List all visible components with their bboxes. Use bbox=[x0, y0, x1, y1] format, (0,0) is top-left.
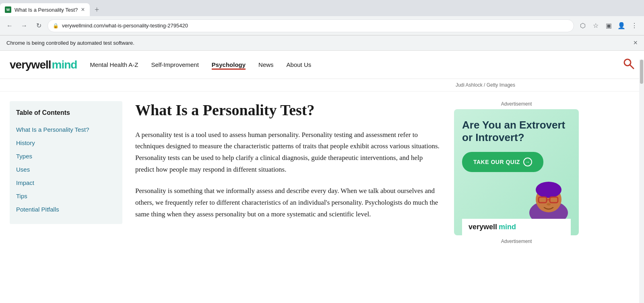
article-body: A personality test is a tool used to ass… bbox=[135, 129, 441, 220]
website: verywell mind Mental Health A-Z Self-Imp… bbox=[0, 51, 644, 244]
site-nav: Mental Health A-Z Self-Improvement Psych… bbox=[90, 60, 623, 70]
active-tab[interactable]: W What Is a Personality Test? × bbox=[0, 3, 90, 16]
list-item: What Is a Personality Test? bbox=[16, 123, 116, 136]
content-area: Table of Contents What Is a Personality … bbox=[0, 91, 644, 244]
ad-box: Are You an Extrovert or Introvert? TAKE … bbox=[454, 109, 579, 235]
toolbar-actions: ⬡ ☆ ▣ 👤 ⋮ bbox=[577, 20, 640, 31]
split-button[interactable]: ▣ bbox=[603, 20, 614, 31]
image-credit: Judi Ashlock / Getty Images bbox=[0, 79, 644, 91]
logo-mind: mind bbox=[52, 58, 77, 71]
ad-logo-mind: mind bbox=[499, 223, 516, 231]
site-header: verywell mind Mental Health A-Z Self-Imp… bbox=[0, 51, 644, 79]
browser-tabs: W What Is a Personality Test? × + bbox=[0, 0, 644, 16]
bookmark-button[interactable]: ☆ bbox=[590, 20, 601, 31]
article-paragraph-2: Personality is something that we informa… bbox=[135, 185, 441, 220]
toc-link-history[interactable]: History bbox=[16, 139, 116, 146]
ad-quiz-arrow-icon: → bbox=[523, 158, 532, 166]
back-button[interactable]: ← bbox=[4, 20, 15, 31]
toc-link-pitfalls[interactable]: Potential Pitfalls bbox=[16, 206, 116, 213]
ad-label-top: Advertisement bbox=[454, 101, 579, 107]
browser-frame: W What Is a Personality Test? × + ← → ↻ … bbox=[0, 0, 644, 244]
nav-news[interactable]: News bbox=[258, 60, 274, 70]
table-of-contents: Table of Contents What Is a Personality … bbox=[10, 101, 122, 224]
ad-title: Are You an Extrovert or Introvert? bbox=[462, 119, 571, 144]
svg-point-4 bbox=[536, 182, 561, 198]
notification-text: Chrome is being controlled by automated … bbox=[6, 40, 134, 46]
share-button[interactable]: ⬡ bbox=[577, 20, 588, 31]
address-bar[interactable]: 🔒 verywellmind.com/what-is-personality-t… bbox=[47, 19, 574, 32]
ad-label-bottom: Advertisement bbox=[454, 239, 579, 244]
nav-psychology[interactable]: Psychology bbox=[212, 60, 246, 70]
menu-button[interactable]: ⋮ bbox=[629, 20, 640, 31]
toc-link-types[interactable]: Types bbox=[16, 153, 116, 160]
nav-about-us[interactable]: About Us bbox=[287, 60, 312, 70]
svg-point-8 bbox=[547, 203, 551, 205]
svg-line-1 bbox=[630, 65, 634, 68]
ad-sidebar: Advertisement Are You an Extrovert or In… bbox=[454, 101, 579, 244]
ad-illustration bbox=[462, 178, 571, 219]
scrollbar-thumb[interactable] bbox=[640, 60, 643, 84]
site-logo[interactable]: verywell mind bbox=[10, 58, 77, 71]
scrollbar-track[interactable] bbox=[639, 60, 644, 244]
toc-link-uses[interactable]: Uses bbox=[16, 166, 116, 173]
article-content: What Is a Personality Test? A personalit… bbox=[135, 101, 441, 244]
notification-bar: Chrome is being controlled by automated … bbox=[0, 35, 644, 51]
toc-title: Table of Contents bbox=[16, 109, 116, 116]
tab-title: What Is a Personality Test? bbox=[14, 7, 78, 13]
ad-quiz-button-text: TAKE OUR QUIZ bbox=[473, 159, 520, 165]
list-item: Potential Pitfalls bbox=[16, 203, 116, 216]
article-title: What Is a Personality Test? bbox=[135, 101, 441, 120]
article-paragraph-1: A personality test is a tool used to ass… bbox=[135, 129, 441, 176]
nav-self-improvement[interactable]: Self-Improvement bbox=[151, 60, 198, 70]
list-item: Uses bbox=[16, 163, 116, 176]
forward-button[interactable]: → bbox=[19, 20, 30, 31]
ad-quiz-button[interactable]: TAKE OUR QUIZ → bbox=[462, 152, 543, 172]
toc-list: What Is a Personality Test? History Type… bbox=[16, 123, 116, 216]
lock-icon: 🔒 bbox=[53, 23, 59, 29]
toc-link-impact[interactable]: Impact bbox=[16, 179, 116, 186]
tab-favicon: W bbox=[5, 6, 11, 13]
browser-toolbar: ← → ↻ 🔒 verywellmind.com/what-is-persona… bbox=[0, 16, 644, 35]
list-item: Impact bbox=[16, 176, 116, 189]
toc-link-tips[interactable]: Tips bbox=[16, 193, 116, 199]
address-url: verywellmind.com/what-is-personality-tes… bbox=[62, 23, 569, 29]
notification-close-button[interactable]: × bbox=[633, 39, 638, 47]
search-icon[interactable] bbox=[623, 58, 634, 72]
profile-button[interactable]: 👤 bbox=[616, 20, 627, 31]
tab-close-button[interactable]: × bbox=[81, 6, 85, 13]
list-item: History bbox=[16, 136, 116, 149]
new-tab-button[interactable]: + bbox=[91, 4, 103, 15]
reload-button[interactable]: ↻ bbox=[33, 20, 44, 31]
ad-logo-area: verywell mind bbox=[462, 219, 571, 235]
nav-mental-health[interactable]: Mental Health A-Z bbox=[90, 60, 138, 70]
list-item: Tips bbox=[16, 189, 116, 203]
list-item: Types bbox=[16, 149, 116, 163]
logo-verywell: verywell bbox=[10, 58, 51, 71]
ad-logo-verywell: verywell bbox=[469, 223, 497, 231]
toc-link-personality-test[interactable]: What Is a Personality Test? bbox=[16, 126, 116, 133]
